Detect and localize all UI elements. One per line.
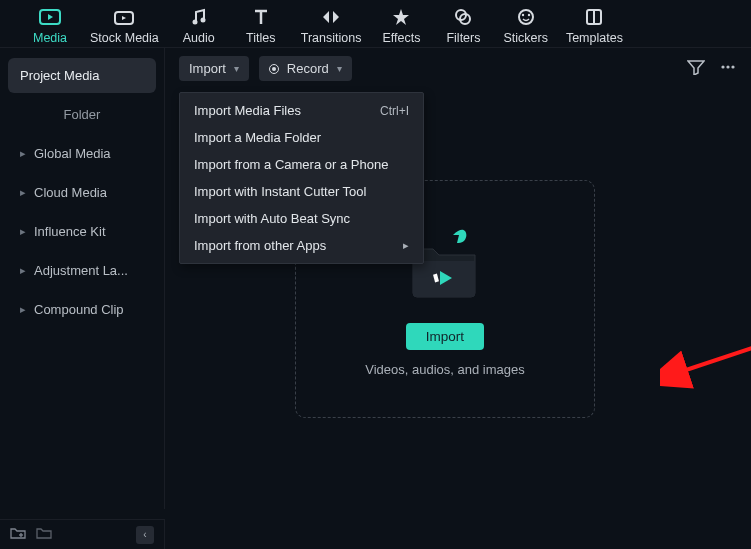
nav-label: Effects	[382, 31, 420, 45]
music-icon	[188, 6, 210, 28]
nav-label: Stickers	[503, 31, 547, 45]
svg-marker-3	[122, 16, 126, 20]
content-area: Import ▾ Record ▾ Import Media Files	[165, 48, 751, 509]
chevron-right-icon: ▸	[20, 225, 26, 238]
sidebar-label: Cloud Media	[34, 185, 107, 200]
top-nav: Media Stock Media Audio Titles Transitio…	[0, 0, 751, 48]
filters-icon	[452, 6, 474, 28]
sidebar-folder-label: Folder	[8, 97, 156, 132]
svg-point-4	[192, 20, 197, 25]
media-icon	[39, 6, 61, 28]
menu-label: Import with Auto Beat Sync	[194, 211, 350, 226]
button-label: Record	[287, 61, 329, 76]
nav-templates[interactable]: Templates	[566, 6, 623, 45]
chevron-down-icon: ▾	[337, 63, 342, 74]
annotation-arrow	[660, 312, 751, 412]
content-toolbar: Import ▾ Record ▾ Import Media Files	[165, 48, 751, 89]
menu-import-camera-phone[interactable]: Import from a Camera or a Phone	[180, 151, 423, 178]
nav-label: Stock Media	[90, 31, 159, 45]
import-button[interactable]: Import	[406, 323, 484, 350]
sidebar-adjustment-layer[interactable]: ▸ Adjustment La...	[8, 253, 156, 288]
nav-label: Filters	[446, 31, 480, 45]
nav-label: Audio	[183, 31, 215, 45]
main-area: Project Media Folder ▸ Global Media ▸ Cl…	[0, 48, 751, 509]
nav-titles[interactable]: Titles	[239, 6, 283, 45]
menu-import-media-folder[interactable]: Import a Media Folder	[180, 124, 423, 151]
nav-label: Media	[33, 31, 67, 45]
sidebar-label: Adjustment La...	[34, 263, 128, 278]
menu-label: Import from other Apps	[194, 238, 326, 253]
titles-icon	[250, 6, 272, 28]
filter-icon[interactable]	[687, 59, 705, 78]
sidebar-compound-clip[interactable]: ▸ Compound Clip	[8, 292, 156, 327]
nav-label: Titles	[246, 31, 275, 45]
chevron-down-icon: ▾	[234, 63, 239, 74]
sidebar-label: Global Media	[34, 146, 111, 161]
chevron-right-icon: ▸	[20, 147, 26, 160]
more-icon[interactable]	[719, 59, 737, 78]
sidebar-label: Folder	[64, 107, 101, 122]
folder-icon[interactable]	[36, 526, 52, 543]
sidebar: Project Media Folder ▸ Global Media ▸ Cl…	[0, 48, 165, 509]
svg-point-9	[521, 14, 523, 16]
sidebar-label: Influence Kit	[34, 224, 106, 239]
nav-filters[interactable]: Filters	[441, 6, 485, 45]
templates-icon	[583, 6, 605, 28]
button-label: Import	[189, 61, 226, 76]
record-dropdown-button[interactable]: Record ▾	[259, 56, 352, 81]
menu-import-auto-beat-sync[interactable]: Import with Auto Beat Sync	[180, 205, 423, 232]
sidebar-footer: ‹	[0, 519, 165, 549]
svg-point-14	[726, 65, 729, 68]
menu-import-instant-cutter[interactable]: Import with Instant Cutter Tool	[180, 178, 423, 205]
menu-label: Import from a Camera or a Phone	[194, 157, 388, 172]
sidebar-global-media[interactable]: ▸ Global Media	[8, 136, 156, 171]
sidebar-label: Compound Clip	[34, 302, 124, 317]
nav-effects[interactable]: Effects	[379, 6, 423, 45]
chevron-right-icon: ▸	[20, 186, 26, 199]
chevron-right-icon: ▸	[403, 239, 409, 252]
record-icon	[269, 64, 279, 74]
import-dropdown-button[interactable]: Import ▾	[179, 56, 249, 81]
menu-label: Import Media Files	[194, 103, 301, 118]
sidebar-cloud-media[interactable]: ▸ Cloud Media	[8, 175, 156, 210]
chevron-right-icon: ▸	[20, 264, 26, 277]
nav-media[interactable]: Media	[28, 6, 72, 45]
toolbar-right	[687, 59, 737, 78]
svg-point-5	[200, 18, 205, 23]
transitions-icon	[320, 6, 342, 28]
svg-point-8	[519, 10, 533, 24]
nav-label: Templates	[566, 31, 623, 45]
button-label: Import	[426, 329, 464, 344]
svg-line-19	[680, 322, 751, 372]
stickers-icon	[515, 6, 537, 28]
dropzone-subtitle: Videos, audios, and images	[365, 362, 524, 377]
nav-transitions[interactable]: Transitions	[301, 6, 362, 45]
nav-stickers[interactable]: Stickers	[503, 6, 547, 45]
menu-label: Import with Instant Cutter Tool	[194, 184, 366, 199]
effects-icon	[390, 6, 412, 28]
nav-label: Transitions	[301, 31, 362, 45]
nav-audio[interactable]: Audio	[177, 6, 221, 45]
sidebar-label: Project Media	[20, 68, 99, 83]
menu-shortcut: Ctrl+I	[380, 104, 409, 118]
svg-point-15	[731, 65, 734, 68]
nav-stock-media[interactable]: Stock Media	[90, 6, 159, 45]
sidebar-project-media[interactable]: Project Media	[8, 58, 156, 93]
menu-import-media-files[interactable]: Import Media Files Ctrl+I	[180, 97, 423, 124]
new-folder-icon[interactable]	[10, 526, 26, 543]
svg-marker-1	[48, 14, 53, 20]
menu-import-other-apps[interactable]: Import from other Apps ▸	[180, 232, 423, 259]
cloud-media-icon	[113, 6, 135, 28]
import-dropdown-menu: Import Media Files Ctrl+I Import a Media…	[179, 92, 424, 264]
sidebar-influence-kit[interactable]: ▸ Influence Kit	[8, 214, 156, 249]
menu-label: Import a Media Folder	[194, 130, 321, 145]
chevron-left-icon: ‹	[143, 529, 146, 540]
svg-point-13	[721, 65, 724, 68]
collapse-sidebar-button[interactable]: ‹	[136, 526, 154, 544]
svg-point-10	[527, 14, 529, 16]
chevron-right-icon: ▸	[20, 303, 26, 316]
